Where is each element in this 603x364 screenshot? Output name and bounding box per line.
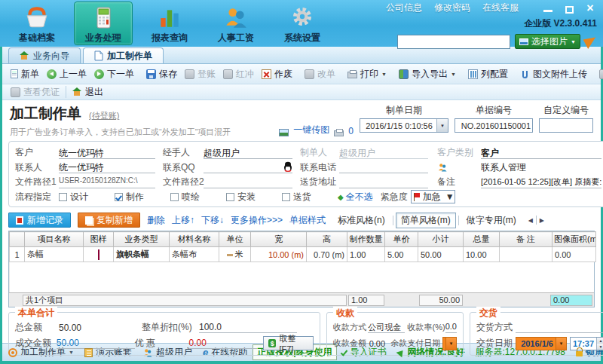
toolbar-modify[interactable]: 改单: [301, 66, 339, 82]
tab-business-wizard[interactable]: 业务向导: [8, 47, 81, 63]
payment-method-field[interactable]: 公司现金: [368, 322, 404, 333]
copy-add-button[interactable]: 复制新增: [78, 213, 140, 228]
due-date-combobox[interactable]: ▼: [442, 337, 457, 350]
one-key-upload-link[interactable]: 一键传图: [293, 124, 329, 136]
custom-number-field[interactable]: [539, 118, 593, 133]
company-info-link[interactable]: 公司信息: [386, 2, 422, 14]
cell-item-name[interactable]: 条幅: [25, 247, 84, 262]
delivery-time-spinner[interactable]: 17:37 ▲ ▼: [570, 337, 603, 350]
col-header[interactable]: 备 注: [500, 232, 552, 247]
customer-field[interactable]: 统一优玛特: [59, 147, 155, 159]
off-field[interactable]: 0.00: [188, 338, 257, 349]
toolbar-post[interactable]: 登账: [181, 66, 219, 82]
toolbar-save[interactable]: 保存: [142, 66, 181, 82]
col-header[interactable]: 单价: [385, 232, 418, 247]
toolbar-attachment-upload[interactable]: 图文附件上传: [516, 66, 591, 82]
flow-check-make[interactable]: 制作: [115, 191, 170, 203]
file-path2-field[interactable]: [204, 176, 292, 188]
dropdown-arrow-icon[interactable]: ▼: [445, 191, 455, 202]
nav-reports[interactable]: 报表查询: [140, 2, 199, 45]
dropdown-arrow-icon[interactable]: ▼: [436, 119, 448, 132]
move-up-link[interactable]: 上移↑: [172, 214, 194, 227]
spin-down-icon[interactable]: ▼: [597, 344, 603, 350]
toolbar-prev[interactable]: 上一单: [43, 66, 90, 82]
style-tab-standard[interactable]: 标准风格(n): [332, 213, 390, 228]
toolbar-print[interactable]: 打印▼: [344, 66, 390, 82]
cell-height[interactable]: 0.70 (m): [307, 247, 347, 262]
table-row[interactable]: 1 条幅 旗帜条幅 条幅布 米 10.00 (m) 0.70 (m) 1.00 …: [10, 247, 596, 262]
toolbar-view-voucher[interactable]: 查看凭证: [7, 84, 63, 100]
select-image-button[interactable]: 选择图片 ▼: [515, 34, 580, 49]
cell-width[interactable]: 10.00 (m): [251, 247, 307, 262]
cell-price[interactable]: 5.00: [385, 247, 418, 262]
toolbar-exit[interactable]: 退出: [69, 84, 107, 100]
select-none-link[interactable]: 全不选: [346, 191, 373, 203]
contact-field[interactable]: 统一优玛特: [59, 161, 155, 173]
col-header[interactable]: 总量: [464, 232, 500, 247]
col-header[interactable]: 项目名称: [25, 232, 84, 247]
toolbar-red-flush[interactable]: 红冲: [219, 66, 258, 82]
change-password-link[interactable]: 修改密码: [434, 2, 470, 14]
flow-check-design[interactable]: 设计: [59, 191, 115, 203]
flow-check-spray[interactable]: 喷绘: [170, 191, 226, 203]
pager-right-icon[interactable]: ▶: [540, 217, 544, 224]
image-path-input[interactable]: [397, 35, 510, 49]
sample-thumbnail[interactable]: [98, 249, 99, 260]
col-header[interactable]: 业务类型: [114, 232, 170, 247]
order-number-field[interactable]: NO.201601150001: [455, 118, 533, 133]
flow-check-install[interactable]: 安装: [226, 191, 282, 203]
printer-icon[interactable]: [334, 130, 344, 136]
cell-sample[interactable]: [84, 247, 114, 262]
col-header[interactable]: 材料名称: [170, 232, 219, 247]
cell-qty[interactable]: 1.00: [347, 247, 385, 262]
cell-total[interactable]: 10.00: [464, 247, 500, 262]
dropdown-arrow-icon[interactable]: ▼: [556, 338, 566, 350]
dropdown-arrow-icon[interactable]: ▼: [445, 338, 456, 350]
doc-style-link[interactable]: 单据样式: [289, 214, 326, 227]
delivery-address-field[interactable]: [339, 176, 428, 188]
cell-unit[interactable]: 米: [219, 247, 251, 262]
toolbar-import-export[interactable]: 导入导出▼: [395, 66, 460, 82]
minimize-button[interactable]: [541, 3, 555, 14]
toolbar-copy-order[interactable]: 复制本单: [595, 66, 603, 82]
note-field[interactable]: [2016-01-05 12:25][改单] 原摘要:: [481, 176, 601, 188]
contact-manager-link[interactable]: 联系人管理: [481, 161, 601, 173]
phone-field[interactable]: [339, 161, 428, 173]
file-path1-field[interactable]: USER-20150128ZN:C:\: [59, 176, 155, 188]
tab-production-order[interactable]: 加工制作单: [83, 47, 164, 63]
payment-rate-field[interactable]: 0.0: [445, 322, 457, 333]
nav-hr-payroll[interactable]: 人事工资: [207, 2, 265, 45]
delete-link[interactable]: 删除: [147, 214, 165, 227]
style-tab-lettering[interactable]: 做字专用(m): [461, 213, 522, 228]
maximize-button[interactable]: [562, 3, 576, 14]
deal-amount-field[interactable]: 50.00: [57, 338, 135, 349]
cell-note[interactable]: [500, 247, 552, 262]
grid-empty-area[interactable]: [9, 262, 594, 292]
customer-type-field[interactable]: 客户: [481, 147, 601, 159]
cell-subtotal[interactable]: 50.00: [418, 247, 464, 262]
toolbar-new[interactable]: 新单: [7, 66, 43, 82]
nav-settings[interactable]: 系统设置: [273, 2, 332, 45]
col-header[interactable]: 图样: [84, 232, 114, 247]
style-tab-simple[interactable]: 简单风格(m): [396, 213, 456, 228]
add-record-button[interactable]: 新增记录: [8, 213, 71, 228]
nav-basic-files[interactable]: 基础档案: [8, 2, 66, 45]
urgency-combobox[interactable]: 加急 ▼: [411, 190, 455, 203]
col-header[interactable]: 单位: [219, 232, 251, 247]
discount-field[interactable]: 100.0: [199, 322, 297, 333]
toolbar-next[interactable]: 下一单: [90, 66, 138, 82]
cell-business-type[interactable]: 旗帜条幅: [114, 247, 170, 262]
qq-penguin-icon[interactable]: [283, 161, 292, 173]
order-date-combobox[interactable]: 2016/1/15 0:10:56 ▼: [360, 118, 448, 133]
col-header[interactable]: 制作数量: [347, 232, 385, 247]
col-header[interactable]: 宽: [251, 232, 307, 247]
flow-check-deliver[interactable]: 送货: [282, 191, 338, 203]
delivery-method-field[interactable]: [516, 322, 603, 333]
delivery-date-combobox[interactable]: 2016/1/6 ▼: [516, 337, 567, 350]
col-header[interactable]: 图像面积(m2): [552, 232, 596, 247]
cell-area[interactable]: 0.00: [552, 247, 596, 262]
online-service-link[interactable]: 在线客服: [482, 2, 519, 14]
col-header[interactable]: 小计: [418, 232, 464, 247]
more-actions-link[interactable]: 更多操作>>>: [231, 214, 283, 227]
move-down-link[interactable]: 下移↓: [201, 214, 224, 227]
